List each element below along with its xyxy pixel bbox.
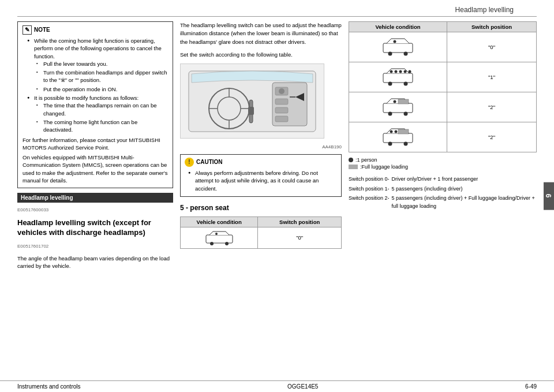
svg-point-31	[404, 70, 407, 73]
footer-right: 6-49	[525, 383, 537, 390]
right-car-svg-2	[382, 96, 414, 117]
svg-rect-14	[275, 116, 288, 122]
right-switch-cell-2: "2"	[447, 92, 537, 122]
legend-dot-icon	[349, 158, 353, 162]
middle-column: The headlamp levelling switch can be use…	[180, 21, 342, 376]
note-sub-item-5: The coming home light function can be de…	[39, 118, 168, 134]
switch-note-text-2: 5 passengers (including driver) + Full l…	[392, 195, 537, 210]
side-tab: 6	[544, 182, 554, 210]
headlamp-image	[180, 64, 324, 139]
legend-box-label: :Full luggage loading	[360, 164, 408, 170]
note-extra-text2: On vehicles equipped with MITSUBISHI Mul…	[23, 154, 168, 184]
svg-point-26	[388, 82, 392, 86]
note-item-2-text: It is possible to modify functions as fo…	[34, 95, 138, 101]
svg-point-27	[404, 82, 408, 86]
note-sub-item-4: The time that the headlamps remain on ca…	[39, 102, 168, 117]
right-condition-table: Vehicle condition Switch position	[349, 21, 537, 152]
five-person-table: Vehicle condition Switch position	[180, 216, 342, 249]
svg-rect-25	[383, 73, 413, 83]
switch-pos-0: "0"	[296, 234, 303, 241]
svg-rect-38	[383, 133, 413, 143]
svg-point-30	[399, 70, 402, 73]
svg-rect-13	[275, 107, 288, 113]
switch-note-text-0: Driver only/Driver + 1 front passenger	[392, 176, 478, 184]
svg-point-23	[404, 52, 408, 56]
table-row: "0"	[349, 32, 537, 62]
note-icon: ✎	[23, 25, 32, 35]
note-title: NOTE	[34, 26, 50, 34]
right-vehicle-cell-3	[349, 122, 447, 152]
right-car-svg-3	[382, 126, 414, 147]
switch-note-label-1: Switch position 1-	[349, 185, 390, 193]
caution-box: ! CAUTION Always perform adjustments bef…	[180, 154, 342, 197]
right-switch-cell-0: "0"	[447, 32, 537, 62]
svg-point-41	[390, 130, 393, 133]
svg-rect-37	[398, 99, 409, 104]
switch-note-0: Switch position 0- Driver only/Driver + …	[349, 176, 537, 184]
svg-point-36	[394, 100, 396, 103]
note-item-1-text: While the coming home light function is …	[34, 38, 162, 59]
section-heading-text: Headlamp levelling	[21, 195, 73, 201]
right-switch-cell-1: "1"	[447, 62, 537, 92]
note-sub-item-3: Put the operation mode in ON.	[39, 85, 168, 93]
legend-dot-label: :1 person	[355, 157, 377, 163]
table-row: "2"	[349, 122, 537, 152]
svg-rect-21	[383, 43, 413, 53]
svg-point-24	[394, 40, 396, 43]
switch-note-label-0: Switch position 0-	[349, 176, 390, 184]
switch-position-cell: "0"	[258, 227, 342, 248]
svg-point-18	[210, 242, 214, 245]
image-label: AA4B190	[180, 144, 342, 150]
footer-left: Instruments and controls	[17, 383, 81, 390]
right-switch-cell-3: "2"	[447, 122, 537, 152]
caution-item-1: Always perform adjustments before drivin…	[190, 169, 337, 192]
right-vehicle-cell-0	[349, 32, 447, 62]
switch-note-text-1: 5 passengers (including driver)	[392, 185, 463, 193]
page-title: Headlamp levelling	[455, 6, 514, 14]
note-sub-item-2: Turn the combination headlamps and dippe…	[39, 69, 168, 84]
car-diagram-svg	[205, 229, 234, 245]
page-container: Headlamp levelling ✎ NOTE While the comi…	[0, 0, 554, 392]
note-sub-list-2: The time that the headlamps remain on ca…	[34, 102, 168, 133]
svg-point-22	[388, 52, 392, 56]
note-header: ✎ NOTE	[23, 25, 168, 35]
legend-box-item: :Full luggage loading	[349, 164, 537, 170]
right-table-col1: Vehicle condition	[349, 22, 447, 32]
legend-dot-item: :1 person	[349, 157, 537, 163]
right-car-svg-1	[382, 66, 414, 87]
svg-point-40	[404, 142, 408, 146]
section-code-2: E00517601702	[17, 244, 173, 249]
table-row: "1"	[349, 62, 537, 92]
svg-point-34	[388, 112, 392, 116]
table-row: "2"	[349, 92, 537, 122]
five-person-heading: 5 - person seat	[180, 204, 342, 212]
caution-header: ! CAUTION	[185, 158, 337, 167]
section-body: The angle of the headlamp beam varies de…	[17, 255, 173, 270]
note-item-2: It is possible to modify functions as fo…	[29, 94, 168, 133]
note-sub-list-1: Pull the lever towards you. Turn the com…	[34, 60, 168, 93]
table-col-2: Switch position	[258, 216, 342, 227]
page-header: Headlamp levelling	[17, 6, 537, 17]
svg-rect-33	[383, 103, 413, 113]
svg-rect-43	[398, 129, 409, 134]
note-sub-item-1: Pull the lever towards you.	[39, 60, 168, 68]
note-extra-text: For further information, please contact …	[23, 136, 168, 152]
right-vehicle-cell-1	[349, 62, 447, 92]
caution-icon: !	[185, 158, 194, 167]
note-list: While the coming home light function is …	[23, 37, 168, 134]
svg-point-32	[409, 70, 411, 73]
left-column: ✎ NOTE While the coming home light funct…	[17, 21, 173, 376]
table-row: "0"	[181, 227, 342, 248]
svg-point-29	[395, 70, 398, 73]
instruction-text: Set the switch according to the followin…	[180, 51, 342, 59]
switch-note-label-2: Switch position 2-	[349, 195, 390, 210]
table-col-1: Vehicle condition	[181, 216, 258, 227]
legend-area: :1 person :Full luggage loading	[349, 157, 537, 171]
right-column: Vehicle condition Switch position	[349, 21, 537, 376]
svg-point-19	[225, 242, 229, 245]
switch-note-2: Switch position 2- 5 passengers (includi…	[349, 195, 537, 210]
svg-point-20	[215, 233, 218, 235]
right-car-svg-0	[382, 36, 414, 57]
headlamp-diagram-svg	[183, 65, 321, 137]
caution-list: Always perform adjustments before drivin…	[185, 169, 337, 192]
